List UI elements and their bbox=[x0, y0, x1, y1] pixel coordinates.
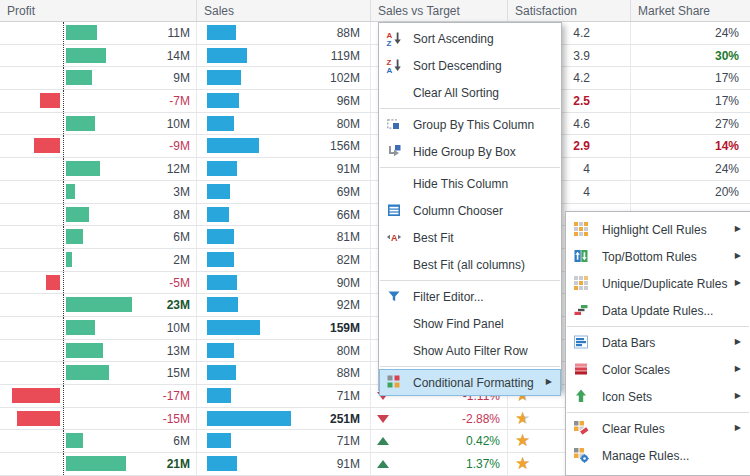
market-share-value: 20% bbox=[715, 185, 739, 199]
profit-zero-axis bbox=[63, 22, 64, 44]
sales-cell: 88M bbox=[197, 362, 371, 384]
table-row[interactable]: 9M102M4.217% bbox=[0, 67, 750, 90]
sales-data-bar bbox=[207, 433, 231, 448]
profit-data-bar bbox=[66, 161, 100, 176]
sales-value: 88M bbox=[337, 366, 360, 380]
menu-item-manage-rules[interactable]: Manage Rules... bbox=[566, 442, 750, 469]
menu-item-data-update-rules[interactable]: Data Update Rules... bbox=[566, 297, 750, 324]
profit-data-bar bbox=[66, 297, 132, 312]
menu-item-label: Unique/Duplicate Rules bbox=[602, 277, 727, 291]
profit-zero-axis bbox=[63, 90, 64, 112]
conditional-formatting-icon bbox=[386, 374, 402, 390]
profit-value: 2M bbox=[173, 253, 190, 267]
menu-item-show-auto-filter-row[interactable]: Show Auto Filter Row bbox=[379, 337, 561, 364]
satisfaction-value: 2.5 bbox=[573, 94, 590, 108]
profit-value: 6M bbox=[173, 434, 190, 448]
star-fill: ★ bbox=[515, 453, 535, 474]
clear-rules-icon bbox=[573, 420, 589, 436]
menu-separator bbox=[380, 167, 560, 168]
menu-item-top-bottom-rules[interactable]: Top/Bottom Rules▶ bbox=[566, 243, 750, 270]
menu-item-label: Column Chooser bbox=[413, 204, 503, 218]
satisfaction-value: 4.2 bbox=[573, 26, 590, 40]
menu-item-group-by-this-column[interactable]: Group By This Column bbox=[379, 111, 561, 138]
profit-cell: -5M bbox=[0, 272, 197, 294]
menu-item-label: Conditional Formatting bbox=[413, 376, 534, 390]
menu-item-best-fit-all-columns[interactable]: Best Fit (all columns) bbox=[379, 251, 561, 278]
sales-vs-target-cell: -2.88% bbox=[371, 408, 508, 430]
menu-item-icon-sets[interactable]: Icon Sets▶ bbox=[566, 383, 750, 410]
sales-value: 71M bbox=[337, 389, 360, 403]
sales-data-bar bbox=[207, 229, 234, 244]
profit-cell: 15M bbox=[0, 362, 197, 384]
sales-vs-target-cell: 0.42% bbox=[371, 430, 508, 452]
sales-data-bar bbox=[207, 70, 241, 85]
sales-value: 91M bbox=[337, 457, 360, 471]
profit-value: -7M bbox=[169, 94, 190, 108]
menu-item-label: Clear Rules bbox=[602, 422, 665, 436]
star-icon: ★★ bbox=[515, 453, 535, 474]
sales-value: 81M bbox=[337, 230, 360, 244]
submenu-arrow-icon: ▶ bbox=[735, 278, 741, 287]
menu-item-best-fit[interactable]: ABest Fit bbox=[379, 224, 561, 251]
sales-cell: 91M bbox=[197, 453, 371, 475]
menu-item-hide-group-by-box[interactable]: Hide Group By Box bbox=[379, 138, 561, 165]
star-fill: ★ bbox=[515, 408, 525, 429]
sales-data-bar bbox=[207, 116, 234, 131]
sales-value: 251M bbox=[330, 412, 360, 426]
column-header-sales[interactable]: Sales bbox=[197, 0, 371, 21]
sales-vs-target-value: -2.88% bbox=[462, 412, 500, 426]
sales-cell: 82M bbox=[197, 249, 371, 271]
profit-value: 8M bbox=[173, 208, 190, 222]
column-header-satisfaction[interactable]: Satisfaction bbox=[508, 0, 631, 21]
profit-zero-axis bbox=[63, 158, 64, 180]
sales-value: 71M bbox=[337, 434, 360, 448]
menu-item-data-bars[interactable]: Data Bars▶ bbox=[566, 329, 750, 356]
menu-item-column-chooser[interactable]: Column Chooser bbox=[379, 197, 561, 224]
menu-item-color-scales[interactable]: Color Scales▶ bbox=[566, 356, 750, 383]
color-scales-icon bbox=[573, 361, 589, 377]
svg-text:A: A bbox=[387, 66, 393, 74]
sales-data-bar bbox=[207, 275, 237, 290]
menu-item-unique-duplicate-rules[interactable]: Unique/Duplicate Rules▶ bbox=[566, 270, 750, 297]
sort-descending-icon: ZA bbox=[386, 57, 402, 73]
submenu-arrow-icon: ▶ bbox=[735, 224, 741, 233]
satisfaction-value: 4.6 bbox=[573, 117, 590, 131]
menu-separator bbox=[380, 280, 560, 281]
column-header-sales-vs-target[interactable]: Sales vs Target bbox=[371, 0, 508, 21]
profit-cell: 23M bbox=[0, 294, 197, 316]
sales-cell: 90M bbox=[197, 272, 371, 294]
menu-item-show-find-panel[interactable]: Show Find Panel bbox=[379, 310, 561, 337]
menu-item-hide-this-column[interactable]: Hide This Column bbox=[379, 170, 561, 197]
grid-header: Profit Sales Sales vs Target Satisfactio… bbox=[0, 0, 750, 22]
table-row[interactable]: 14M119M3.930% bbox=[0, 45, 750, 68]
menu-item-conditional-formatting[interactable]: Conditional Formatting▶ bbox=[379, 369, 561, 396]
sales-data-bar bbox=[207, 93, 239, 108]
profit-zero-axis bbox=[63, 135, 64, 157]
profit-data-bar bbox=[66, 252, 72, 267]
profit-zero-axis bbox=[63, 340, 64, 362]
menu-item-filter-editor[interactable]: Filter Editor... bbox=[379, 283, 561, 310]
menu-item-sort-ascending[interactable]: AZSort Ascending bbox=[379, 25, 561, 52]
table-row[interactable]: -7M96M2.517% bbox=[0, 90, 750, 113]
star-icon: ★★ bbox=[515, 408, 535, 429]
profit-value: 3M bbox=[173, 185, 190, 199]
menu-item-clear-rules[interactable]: Clear Rules▶ bbox=[566, 415, 750, 442]
table-row[interactable]: -9M156M2.914% bbox=[0, 135, 750, 158]
column-header-profit[interactable]: Profit bbox=[0, 0, 197, 21]
menu-item-sort-descending[interactable]: ZASort Descending bbox=[379, 52, 561, 79]
sort-ascending-icon: AZ bbox=[386, 30, 402, 46]
profit-zero-axis bbox=[63, 272, 64, 294]
table-row[interactable]: 10M80M4.627% bbox=[0, 113, 750, 136]
profit-zero-axis bbox=[63, 204, 64, 226]
menu-item-clear-all-sorting[interactable]: Clear All Sorting bbox=[379, 79, 561, 106]
sales-data-bar bbox=[207, 184, 230, 199]
table-row[interactable]: 11M88M4.224% bbox=[0, 22, 750, 45]
svg-text:Z: Z bbox=[387, 39, 392, 47]
column-header-market-share[interactable]: Market Share bbox=[631, 0, 750, 21]
sales-cell: 159M bbox=[197, 317, 371, 339]
table-row[interactable]: 12M91M424% bbox=[0, 158, 750, 181]
sales-vs-target-value: 0.42% bbox=[466, 434, 500, 448]
sales-cell: 96M bbox=[197, 90, 371, 112]
table-row[interactable]: 3M69M420% bbox=[0, 181, 750, 204]
menu-item-highlight-cell-rules[interactable]: Highlight Cell Rules▶ bbox=[566, 216, 750, 243]
